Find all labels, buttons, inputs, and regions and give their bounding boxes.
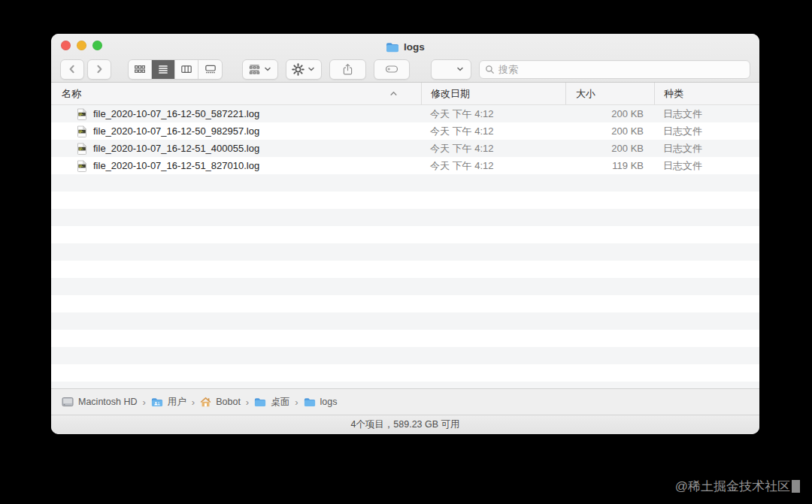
watermark-cursor-block xyxy=(792,480,800,493)
column-header-kind[interactable]: 种类 xyxy=(654,83,759,104)
log-file-icon xyxy=(77,108,87,120)
search-field[interactable] xyxy=(479,60,750,79)
log-file-icon xyxy=(77,160,87,172)
tag-icon xyxy=(385,64,398,74)
list-view-icon xyxy=(157,63,169,75)
list-view-segment[interactable] xyxy=(152,60,175,79)
toolbar xyxy=(51,56,759,82)
file-name: file_2020-10-07_16-12-50_982957.log xyxy=(93,125,259,137)
drive-icon xyxy=(62,397,74,407)
file-size: 200 KB xyxy=(565,143,654,154)
file-kind: 日志文件 xyxy=(654,159,759,173)
chevron-down-icon xyxy=(456,65,465,74)
status-text: 4个项目，589.23 GB 可用 xyxy=(350,418,459,431)
file-date: 今天 下午 4:12 xyxy=(421,142,565,155)
path-item-home[interactable]: Bobot xyxy=(200,397,241,407)
file-kind: 日志文件 xyxy=(654,125,759,138)
chevron-right-icon xyxy=(94,64,105,74)
title-bar[interactable]: logs xyxy=(51,34,759,56)
sort-ascending-icon xyxy=(389,89,398,98)
chevron-down-icon xyxy=(307,65,316,74)
forward-button[interactable] xyxy=(87,59,111,80)
file-date: 今天 下午 4:12 xyxy=(421,125,565,138)
file-row[interactable]: file_2020-10-07_16-12-50_982957.log 今天 下… xyxy=(51,122,759,140)
file-kind: 日志文件 xyxy=(654,107,759,121)
path-separator: › xyxy=(295,397,298,408)
path-separator: › xyxy=(246,397,249,408)
file-list[interactable]: file_2020-10-07_16-12-50_587221.log 今天 下… xyxy=(51,105,759,388)
icon-view-segment[interactable] xyxy=(129,60,152,79)
minimize-button[interactable] xyxy=(77,41,86,50)
status-bar: 4个项目，589.23 GB 可用 xyxy=(51,415,759,434)
folder-icon xyxy=(254,397,266,407)
column-view-segment[interactable] xyxy=(175,60,198,79)
column-view-icon xyxy=(180,63,192,75)
file-row[interactable]: file_2020-10-07_16-12-51_400055.log 今天 下… xyxy=(51,140,759,157)
home-icon xyxy=(200,397,211,407)
path-separator: › xyxy=(143,397,146,408)
users-folder-icon xyxy=(151,397,163,407)
tag-button[interactable] xyxy=(374,59,410,80)
gallery-view-segment[interactable] xyxy=(198,60,222,79)
chevron-left-icon xyxy=(67,64,77,74)
file-row[interactable]: file_2020-10-07_16-12-51_827010.log 今天 下… xyxy=(51,157,759,174)
column-header-name[interactable]: 名称 xyxy=(51,83,421,104)
close-button[interactable] xyxy=(61,41,71,50)
watermark-text: @稀土掘金技术社区 xyxy=(675,478,790,495)
window-title-text: logs xyxy=(404,41,425,53)
path-item-users[interactable]: 用户 xyxy=(151,396,186,409)
folder-icon xyxy=(386,42,399,53)
window-chrome: logs xyxy=(51,34,759,83)
path-item-logs[interactable]: logs xyxy=(304,397,338,407)
group-button[interactable] xyxy=(242,59,278,80)
path-bar: Macintosh HD › 用户 › xyxy=(51,388,759,415)
column-header-date[interactable]: 修改日期 xyxy=(421,83,565,104)
gear-icon xyxy=(292,63,304,76)
column-header-size[interactable]: 大小 xyxy=(565,83,654,104)
log-file-icon xyxy=(77,125,87,137)
file-date: 今天 下午 4:12 xyxy=(421,159,565,173)
traffic-lights xyxy=(61,34,102,56)
folder-icon xyxy=(304,397,316,407)
share-button[interactable] xyxy=(329,59,366,80)
search-input[interactable] xyxy=(498,64,745,75)
icon-view-icon xyxy=(134,63,146,75)
path-item-macintosh-hd[interactable]: Macintosh HD xyxy=(62,397,138,407)
chevron-down-icon xyxy=(263,65,272,74)
file-row[interactable]: file_2020-10-07_16-12-50_587221.log 今天 下… xyxy=(51,105,759,122)
file-date: 今天 下午 4:12 xyxy=(421,107,565,121)
gallery-view-icon xyxy=(205,63,217,75)
file-name: file_2020-10-07_16-12-51_400055.log xyxy=(93,143,259,154)
log-file-icon xyxy=(77,143,87,155)
column-headers: 名称 修改日期 大小 种类 xyxy=(51,83,759,105)
back-button[interactable] xyxy=(60,59,84,80)
file-kind: 日志文件 xyxy=(654,142,759,155)
file-size: 200 KB xyxy=(565,125,654,137)
file-name: file_2020-10-07_16-12-51_827010.log xyxy=(93,160,259,171)
path-item-desktop[interactable]: 桌面 xyxy=(254,396,289,409)
view-switcher xyxy=(128,59,223,80)
file-name: file_2020-10-07_16-12-50_587221.log xyxy=(93,108,259,119)
share-icon xyxy=(341,63,354,76)
file-size: 200 KB xyxy=(565,108,654,119)
action-button[interactable] xyxy=(286,59,322,80)
search-icon xyxy=(484,64,495,75)
window-title: logs xyxy=(386,38,425,53)
view-options-dropdown[interactable] xyxy=(431,59,471,80)
path-separator: › xyxy=(192,397,195,408)
fullscreen-button[interactable] xyxy=(92,41,102,50)
watermark: @稀土掘金技术社区 xyxy=(675,478,800,495)
file-size: 119 KB xyxy=(565,160,654,171)
group-by-icon xyxy=(248,63,261,76)
desktop-background: logs xyxy=(0,0,812,504)
finder-window: logs xyxy=(51,34,759,434)
